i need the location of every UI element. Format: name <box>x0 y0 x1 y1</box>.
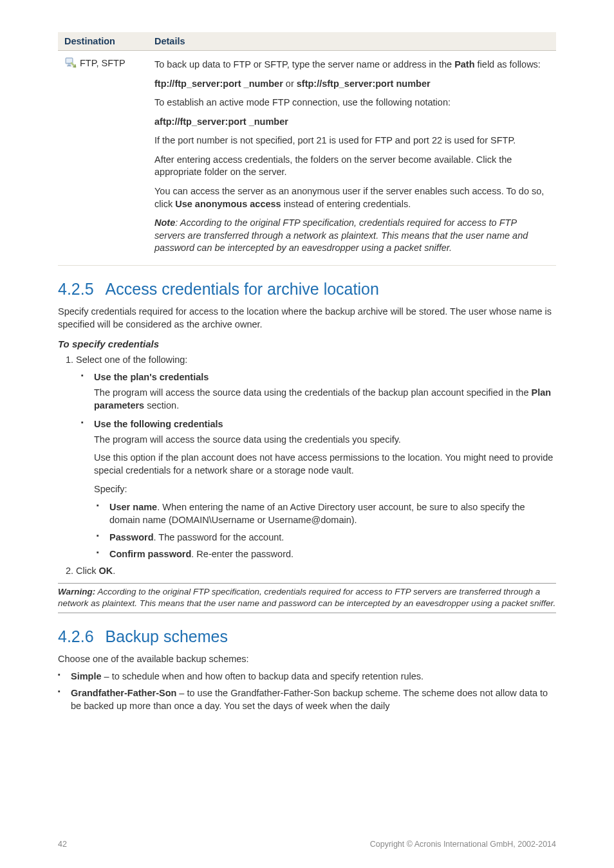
table-row: FTP, SFTP To back up data to FTP or SFTP… <box>58 51 556 266</box>
svg-rect-1 <box>66 59 72 62</box>
col-destination-header: Destination <box>58 32 148 51</box>
intro-425: Specify credentials required for access … <box>58 305 556 331</box>
list-item: Use the following credentials The progra… <box>94 418 556 561</box>
numbered-steps: Select one of the following: Use the pla… <box>58 353 556 577</box>
list-item: Grandfather-Father-Son – to use the Gran… <box>71 687 556 713</box>
copyright: Copyright © Acronis International GmbH, … <box>370 840 556 849</box>
page-number: 42 <box>58 840 67 849</box>
list-item: Select one of the following: Use the pla… <box>76 353 556 560</box>
list-item: Simple – to schedule when and how often … <box>71 670 556 683</box>
heading-425: 4.2.5Access credentials for archive loca… <box>58 280 556 299</box>
list-item: User name. When entering the name of an … <box>109 501 556 527</box>
list-item: Click OK. <box>76 564 556 577</box>
warning-note: Warning: According to the original FTP s… <box>58 583 556 614</box>
list-item: Use the plan's credentials The program w… <box>94 371 556 412</box>
intro-426: Choose one of the available backup schem… <box>58 652 556 665</box>
ftp-server-icon <box>64 56 77 71</box>
heading-426: 4.2.6Backup schemes <box>58 627 556 646</box>
page-footer: 42 Copyright © Acronis International Gmb… <box>58 840 556 849</box>
backup-schemes-list: Simple – to schedule when and how often … <box>58 670 556 713</box>
svg-rect-3 <box>67 66 71 66</box>
destination-details-table: Destination Details FTP, SFTP To <box>58 32 556 266</box>
list-item: Password. The password for the account. <box>109 531 556 544</box>
col-details-header: Details <box>148 32 556 51</box>
list-item: Confirm password. Re-enter the password. <box>109 548 556 560</box>
svg-rect-2 <box>68 64 70 66</box>
subhead-specify-credentials: To specify credentials <box>58 338 556 349</box>
destination-label: FTP, SFTP <box>80 58 126 68</box>
